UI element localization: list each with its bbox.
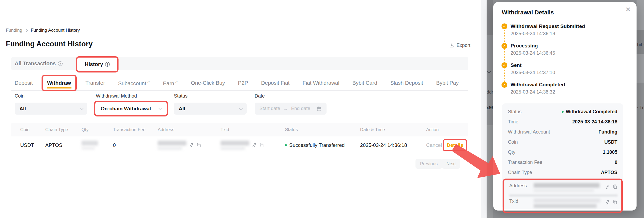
address-link-icon[interactable] xyxy=(189,143,194,148)
end-date-placeholder: End date xyxy=(291,106,310,111)
cell-txid xyxy=(221,141,285,150)
cell-chain-type: APTOS xyxy=(45,142,81,148)
calendar-icon[interactable] xyxy=(316,106,322,111)
col-chain-type: Chain Type xyxy=(45,127,81,132)
active-tab-underline xyxy=(47,87,72,88)
close-icon[interactable]: ✕ xyxy=(625,6,631,13)
date-filter: Date Start date → End date xyxy=(255,93,327,115)
timeline-step-title: Withdrawal Completed xyxy=(511,82,627,88)
next-page-button[interactable]: Next xyxy=(442,159,460,169)
address-copy-icon[interactable] xyxy=(613,184,618,189)
cancel-button[interactable]: Cancel xyxy=(426,142,442,148)
chevron-down-icon xyxy=(239,106,243,110)
subtab-one-click-buy[interactable]: One-Click Buy xyxy=(191,80,225,86)
detail-row-chain-type: Chain Type APTOS xyxy=(508,167,617,177)
txid-copy-icon[interactable] xyxy=(613,200,618,205)
details-button[interactable]: Details xyxy=(447,142,463,148)
txid-copy-icon[interactable] xyxy=(259,143,264,148)
col-address: Address xyxy=(158,127,221,132)
col-action: Action xyxy=(426,127,468,132)
subtab-slash-deposit[interactable]: Slash Deposit xyxy=(390,80,423,86)
txid-link-icon[interactable] xyxy=(605,200,610,205)
subtab-bybit-card[interactable]: Bybit Card xyxy=(352,80,377,86)
col-coin: Coin xyxy=(20,127,45,132)
col-status: Status xyxy=(285,127,360,132)
funding-account-history-page: Funding Funding Account History Funding … xyxy=(0,0,644,218)
table-row: USDT APTOS 0 Successfully Trans xyxy=(11,136,468,154)
withdrawal-method-select[interactable]: On-chain Withdrawal xyxy=(96,103,166,115)
subtab-earn[interactable]: Earn↗ xyxy=(163,80,178,87)
chevron-down-icon xyxy=(80,106,83,110)
external-link-icon: ↗ xyxy=(147,80,150,84)
detail-row-coin: Coin USDT xyxy=(508,137,617,147)
check-circle-icon: ✓ xyxy=(502,82,507,88)
timeline-step-time: 2025-03-24 14:38:32 xyxy=(511,89,627,95)
detail-row-withdrawal-account: Withdrawal Account Funding xyxy=(508,127,617,137)
timeline-step-time: 2025-03-24 14:37:10 xyxy=(511,70,627,75)
details-highlight-box: Details xyxy=(443,139,467,151)
subtab-bybit-pay[interactable]: Bybit Pay xyxy=(436,80,459,86)
status-select[interactable]: All xyxy=(174,103,247,115)
export-button[interactable]: Export xyxy=(449,43,470,48)
page-right-edge xyxy=(481,0,487,218)
breadcrumb-chevron-icon xyxy=(25,29,28,32)
subtab-deposit-fiat[interactable]: Deposit Fiat xyxy=(261,80,290,86)
tab-history[interactable]: History ? xyxy=(76,56,119,72)
range-arrow-icon: → xyxy=(283,106,288,111)
transactions-tabbar: All Transactions ? History ? xyxy=(11,57,468,70)
breadcrumb-current: Funding Account History xyxy=(31,28,80,33)
col-txid: Txid xyxy=(221,127,285,132)
address-txid-highlight-box: Address Txid xyxy=(503,179,623,213)
detail-row-txid: Txid xyxy=(509,198,618,208)
cell-action: Cancel Details xyxy=(426,141,468,149)
cell-coin: USDT xyxy=(20,142,45,148)
txid-redacted xyxy=(221,141,249,150)
date-range-input[interactable]: Start date → End date xyxy=(255,103,327,115)
tab-all-transactions[interactable]: All Transactions ? xyxy=(15,60,63,67)
table-header-row: Coin Chain Type Qty Transaction Fee Addr… xyxy=(11,123,468,136)
coin-filter-label: Coin xyxy=(15,93,87,99)
address-link-icon[interactable] xyxy=(605,184,610,189)
txid-redacted-line xyxy=(509,195,618,196)
withdrawal-method-label: Withdrawal Method xyxy=(96,93,166,99)
download-icon xyxy=(449,43,454,48)
subtab-fiat-withdrawal[interactable]: Fiat Withdrawal xyxy=(303,80,339,86)
coin-select[interactable]: All xyxy=(15,103,87,115)
withdrawal-details-modal: Withdrawal Details ✕ ✓ Withdrawal Reques… xyxy=(493,2,637,211)
timeline-step-title: Processing xyxy=(511,43,627,49)
success-status-dot xyxy=(562,111,564,113)
address-redacted xyxy=(158,141,186,150)
subtab-subaccount[interactable]: Subaccount↗ xyxy=(118,80,150,87)
address-redacted xyxy=(534,183,602,192)
address-copy-icon[interactable] xyxy=(196,143,201,148)
timeline-step-title: Withdrawal Request Submitted xyxy=(511,23,627,29)
export-label: Export xyxy=(456,43,470,48)
txid-redacted xyxy=(534,198,602,208)
subtab-transfer[interactable]: Transfer xyxy=(85,80,105,86)
withdrawal-method-highlight-box: On-chain Withdrawal xyxy=(94,101,168,116)
withdrawal-details-card: Status Withdrawal Completed Time 2025-03… xyxy=(502,103,623,209)
timeline-step-title: Sent xyxy=(511,62,627,68)
coin-filter: Coin All xyxy=(15,93,87,115)
previous-page-button[interactable]: Previous xyxy=(415,159,442,169)
subtab-p2p[interactable]: P2P xyxy=(238,80,248,86)
subtab-withdraw[interactable]: Withdraw xyxy=(42,75,77,91)
withdrawal-method-filter: Withdrawal Method On-chain Withdrawal xyxy=(96,93,166,115)
detail-row-time: Time 2025-03-24 14:36:18 xyxy=(508,117,617,127)
txid-link-icon[interactable] xyxy=(252,143,257,148)
status-select-value: All xyxy=(179,106,185,112)
help-icon: ? xyxy=(105,62,110,67)
cell-fee: 0 xyxy=(113,142,158,148)
breadcrumb: Funding Funding Account History xyxy=(6,28,80,33)
modal-title: Withdrawal Details xyxy=(502,9,554,16)
breadcrumb-funding[interactable]: Funding xyxy=(6,28,22,33)
withdrawal-method-value: On-chain Withdrawal xyxy=(101,106,151,112)
timeline-step-time: 2025-03-24 14:36:45 xyxy=(511,50,627,56)
cell-address xyxy=(158,141,221,150)
detail-row-address: Address xyxy=(509,183,618,192)
help-icon: ? xyxy=(58,61,63,66)
subtab-deposit[interactable]: Deposit xyxy=(15,80,33,86)
detail-row-status: Status Withdrawal Completed xyxy=(508,107,617,117)
page-title: Funding Account History xyxy=(6,40,93,48)
check-circle-icon: ✓ xyxy=(502,43,507,49)
